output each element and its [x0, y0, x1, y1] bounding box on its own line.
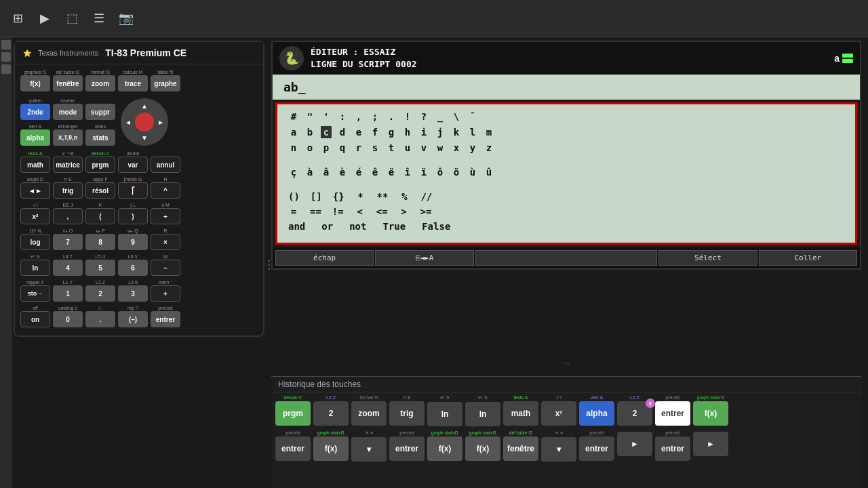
char-j[interactable]: j [435, 127, 446, 138]
hist-key-math[interactable]: math [503, 401, 538, 426]
char-v[interactable]: v [418, 142, 429, 153]
char-macron[interactable]: ¯ [467, 111, 478, 122]
hist2-key-entrer4[interactable]: entrer [655, 436, 690, 461]
hist-key-x2[interactable]: x² [541, 401, 576, 426]
key-neg[interactable]: (–) [118, 311, 148, 327]
char-true[interactable]: True [382, 221, 406, 232]
key-var[interactable]: var [118, 157, 148, 173]
key-rparen[interactable]: ) [118, 208, 148, 224]
key-power[interactable]: ^ [151, 182, 180, 199]
char-f[interactable]: f [370, 127, 380, 138]
toolbar-icon-2[interactable]: ⬚ [61, 7, 83, 29]
hist2-key-fx3[interactable]: f(x) [465, 436, 500, 461]
char-acirc[interactable]: â [321, 167, 332, 178]
char-u[interactable]: u [402, 142, 413, 153]
char-y[interactable]: y [467, 142, 478, 153]
left-strip-icon-1[interactable] [1, 40, 11, 49]
char-w[interactable]: w [435, 142, 446, 153]
key-8[interactable]: 8 [85, 234, 115, 250]
char-ugrave[interactable]: ù [467, 167, 478, 178]
char-l[interactable]: l [467, 127, 478, 138]
char-ecirc[interactable]: ê [370, 167, 380, 178]
hist2-key-chevron1[interactable]: ▾ [351, 437, 387, 462]
char-star[interactable]: * [355, 191, 366, 202]
key-dot[interactable]: . [85, 311, 115, 327]
key-9[interactable]: 9 [118, 234, 148, 250]
left-strip-icon-2[interactable] [1, 52, 11, 62]
char-braces[interactable]: {} [333, 191, 344, 202]
char-icirc[interactable]: î [402, 167, 413, 178]
key-lparen[interactable]: ( [85, 208, 115, 224]
char-backslash[interactable]: \ [451, 111, 462, 122]
char-ccedil[interactable]: ç [288, 167, 299, 178]
char-m[interactable]: m [484, 127, 494, 138]
char-ouml[interactable]: ö [451, 167, 462, 178]
key-x2[interactable]: x² [20, 208, 50, 224]
screen-btn-select[interactable]: Sélect [658, 250, 757, 266]
hist-key-fx[interactable]: f(x) [693, 401, 728, 426]
key-stats[interactable]: stats [85, 129, 115, 146]
hist-key-zoom[interactable]: zoom [351, 401, 387, 426]
key-2[interactable]: 2 [85, 285, 115, 302]
key-log[interactable]: log [20, 234, 50, 250]
key-6[interactable]: 6 [118, 260, 148, 276]
dpad-right-icon[interactable]: ► [157, 119, 164, 126]
char-gt[interactable]: > [399, 206, 410, 217]
char-g[interactable]: g [386, 127, 397, 138]
toolbar-icon-4[interactable]: 📷 [115, 7, 137, 29]
hist2-key-entrer3[interactable]: entrer [579, 436, 614, 461]
left-strip-icon-3[interactable] [1, 64, 11, 74]
hist2-key-arrow2[interactable]: ► [693, 432, 728, 456]
key-7[interactable]: 7 [53, 234, 83, 250]
key-mode[interactable]: mode [53, 104, 83, 120]
char-brackets[interactable]: [] [311, 191, 322, 202]
char-b[interactable]: b [304, 127, 315, 138]
key-3[interactable]: 3 [118, 285, 148, 302]
char-z[interactable]: z [484, 142, 494, 153]
dpad-left-icon[interactable]: ◄ [125, 119, 132, 126]
hist-key-ln-1[interactable]: ln [427, 402, 462, 426]
key-zoom[interactable]: zoom [85, 75, 115, 92]
char-iuml[interactable]: ï [418, 167, 429, 178]
char-floordiv[interactable]: // [420, 191, 432, 202]
dpad-up-icon[interactable]: ▲ [141, 102, 148, 110]
char-a[interactable]: a [288, 127, 299, 138]
hist2-key-chevron2[interactable]: ▾ [541, 437, 576, 462]
char-hash[interactable]: # [288, 111, 299, 122]
char-and[interactable]: and [288, 221, 305, 232]
char-semicolon[interactable]: ; [370, 111, 380, 122]
char-x[interactable]: x [451, 142, 462, 153]
key-suppr[interactable]: suppr [85, 104, 115, 120]
hist-key-prgm[interactable]: prgm [275, 401, 311, 426]
char-egrave[interactable]: è [337, 167, 348, 178]
toolbar-icon-0[interactable]: ⊞ [7, 7, 28, 29]
char-d[interactable]: d [337, 127, 348, 138]
key-plus[interactable]: + [151, 285, 180, 302]
char-agrave[interactable]: à [304, 167, 315, 178]
key-matrice[interactable]: matrice [53, 157, 83, 173]
key-graphe[interactable]: graphe [151, 75, 180, 92]
key-comma[interactable]: , [53, 208, 83, 224]
key-5[interactable]: 5 [85, 260, 115, 276]
char-dot[interactable]: . [386, 111, 397, 122]
key-xtn[interactable]: X,T,θ,n [53, 129, 83, 146]
char-e[interactable]: e [353, 127, 364, 138]
char-lte[interactable]: <= [376, 206, 388, 217]
key-fenetre[interactable]: fenêtre [53, 75, 83, 92]
char-gte[interactable]: >= [420, 206, 432, 217]
char-lt[interactable]: < [355, 206, 366, 217]
hist-key-ln-2[interactable]: ln [465, 402, 500, 426]
char-ucirc[interactable]: û [484, 167, 494, 178]
toolbar-icon-3[interactable]: ☰ [88, 7, 110, 29]
char-apostrophe[interactable]: ' [321, 111, 332, 122]
key-trace[interactable]: trace [118, 75, 148, 92]
char-euml[interactable]: ë [386, 167, 397, 178]
hist-key-trig[interactable]: trig [389, 401, 425, 426]
key-sto[interactable]: sto→ [20, 285, 50, 302]
key-minus[interactable]: – [151, 260, 180, 276]
key-on[interactable]: on [20, 311, 50, 327]
key-trig[interactable]: trig [53, 182, 83, 199]
char-eacute[interactable]: é [353, 167, 364, 178]
char-eq[interactable]: = [288, 206, 299, 217]
key-1[interactable]: 1 [53, 285, 83, 302]
